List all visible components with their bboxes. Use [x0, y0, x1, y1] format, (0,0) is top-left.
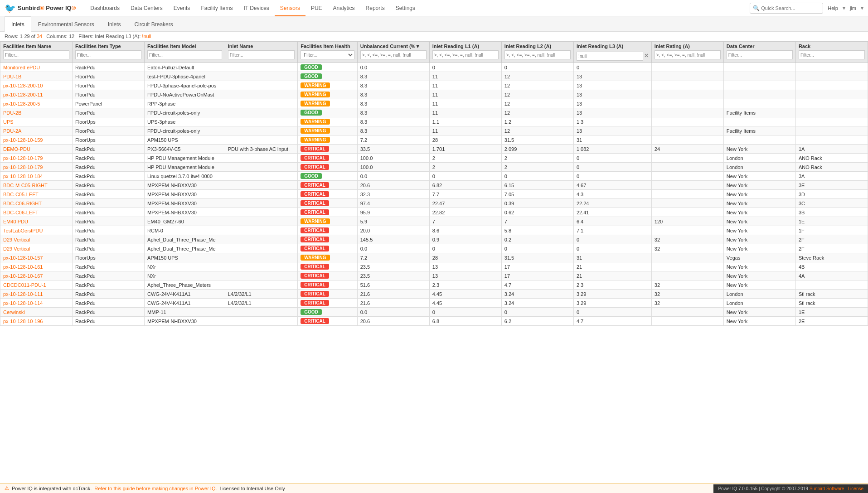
filters-value[interactable]: !null	[142, 34, 151, 39]
name-link[interactable]: Cerwinski	[3, 309, 25, 315]
name-link[interactable]: BDC-C06-LEFT	[3, 210, 39, 215]
cell-l1: 8.6	[429, 226, 501, 235]
cell-dc: London	[723, 290, 795, 299]
cell-l3: 3.29	[573, 290, 651, 299]
name-link[interactable]: px-10-128-200-5	[3, 101, 40, 106]
name-link[interactable]: EM40 PDU	[3, 219, 28, 224]
cell-l2: 12	[501, 99, 573, 108]
name-link[interactable]: px-10-128-10-196	[3, 319, 43, 324]
search-input[interactable]	[761, 5, 820, 11]
filter-l1[interactable]	[432, 50, 499, 59]
filter-name[interactable]	[3, 50, 69, 59]
name-link[interactable]: px-10-128-200-10	[3, 83, 43, 88]
name-link[interactable]: px-10-128-200-11	[3, 92, 43, 97]
nav-datacenters[interactable]: Data Centers	[125, 0, 168, 16]
filter-rack[interactable]	[799, 50, 865, 59]
rows-total-link[interactable]: 34	[37, 34, 42, 39]
cell-unbalanced: 32.3	[357, 190, 429, 199]
cell-unbalanced: 20.6	[357, 317, 429, 326]
table-row: BDC-C06-LEFT RackPdu MPXPEM-NHBXXV30 CRI…	[0, 208, 868, 217]
name-link[interactable]: px-10-128-10-179	[3, 164, 43, 170]
cell-inlet-name	[225, 235, 298, 244]
cell-name: TestLabGeistPDU	[0, 226, 73, 235]
th-l3: Inlet Reading L3 (A) ✕	[573, 42, 651, 63]
cell-inlet-name	[225, 253, 298, 262]
nav-events[interactable]: Events	[168, 0, 196, 16]
name-link[interactable]: PDU-1B	[3, 74, 21, 79]
table-row: px-10-128-200-10 FloorPdu FPDU-3phase-4p…	[0, 81, 868, 90]
name-link[interactable]: BDC-C05-LEFT	[3, 192, 39, 197]
name-link[interactable]: px-10-128-10-179	[3, 155, 43, 161]
filter-model[interactable]	[147, 50, 222, 59]
name-link[interactable]: px-10-128-10-167	[3, 273, 43, 279]
cell-name: PDU-2B	[0, 108, 73, 117]
help-button[interactable]: Help	[828, 5, 838, 11]
nav-pue[interactable]: PUE	[305, 0, 328, 16]
tab-circuit-breakers[interactable]: Circuit Breakers	[127, 16, 179, 32]
cell-rack	[795, 99, 868, 108]
filter-inlet-name[interactable]	[228, 50, 295, 59]
tab-inlets-main[interactable]: Inlets	[5, 16, 31, 32]
name-link[interactable]: BDC-C06-RIGHT	[3, 201, 42, 206]
name-link[interactable]: px-10-128-10-157	[3, 255, 43, 261]
inlets-table: Facilities Item Name Facilities Item Typ…	[0, 41, 868, 326]
name-link[interactable]: px-10-128-10-161	[3, 264, 43, 270]
cell-name: px-10-128-10-184	[0, 172, 73, 181]
logo-icon: 🐦	[5, 3, 16, 14]
cell-type: RackPdu	[73, 290, 145, 299]
filter-dc[interactable]	[727, 50, 793, 59]
cell-l1: 2	[429, 163, 501, 172]
quick-search-box[interactable]: 🔍	[750, 3, 823, 14]
cell-unbalanced: 100.0	[357, 163, 429, 172]
cell-name: PDU-2A	[0, 126, 73, 135]
th-l1: Inlet Reading L1 (A)	[429, 42, 501, 63]
cell-unbalanced: 8.3	[357, 126, 429, 135]
name-link[interactable]: px-10-128-10-111	[3, 291, 43, 297]
nav-facilityitems[interactable]: Facility Items	[195, 0, 238, 16]
filter-l3[interactable]	[577, 52, 643, 61]
filter-health[interactable]: Filter... GOOD WARNING CRITICAL	[301, 50, 354, 59]
cell-type: RackPdu	[73, 163, 145, 172]
name-link[interactable]: D29 Vertical	[3, 237, 30, 242]
cell-health: WARNING	[298, 217, 358, 226]
cell-rating	[651, 63, 723, 72]
filter-type[interactable]	[75, 50, 141, 59]
cell-inlet-name	[225, 72, 298, 81]
cell-unbalanced: 95.9	[357, 208, 429, 217]
name-link[interactable]: BDC-M-C05-RIGHT	[3, 183, 48, 188]
filter-rating[interactable]	[655, 50, 721, 59]
cell-l2: 12	[501, 126, 573, 135]
cell-rating	[651, 172, 723, 181]
tab-environmental[interactable]: Environmental Sensors	[31, 16, 101, 32]
filter-l3-clear[interactable]: ✕	[644, 53, 649, 59]
name-link[interactable]: Monitored ePDU	[3, 65, 40, 70]
name-link[interactable]: DEMO-PDU	[3, 146, 30, 152]
name-link[interactable]: D29 Vertical	[3, 246, 30, 251]
nav-itdevices[interactable]: IT Devices	[238, 0, 274, 16]
name-link[interactable]: CDCDC011-PDU-1	[3, 282, 46, 288]
table-row: px-10-128-10-196 RackPdu MPXPEM-NHBXXV30…	[0, 317, 868, 326]
cell-unbalanced: 145.5	[357, 235, 429, 244]
name-link[interactable]: TestLabGeistPDU	[3, 228, 43, 233]
nav-settings[interactable]: Settings	[390, 0, 421, 16]
user-button[interactable]: jim	[850, 5, 856, 11]
nav-reports[interactable]: Reports	[360, 0, 390, 16]
cell-model: FPDU-NoActivePowerOnMast	[145, 90, 225, 99]
name-link[interactable]: UPS	[3, 119, 14, 125]
cell-name: px-10-128-200-10	[0, 81, 73, 90]
nav-dashboards[interactable]: Dashboards	[85, 0, 125, 16]
name-link[interactable]: px-10-128-10-184	[3, 174, 43, 179]
filter-l2[interactable]	[504, 50, 571, 59]
nav-sensors[interactable]: Sensors	[275, 0, 305, 16]
cell-unbalanced: 0.0	[357, 244, 429, 253]
cell-inlet-name	[225, 226, 298, 235]
name-link[interactable]: PDU-2B	[3, 110, 21, 116]
filter-unbalanced[interactable]	[360, 50, 427, 59]
nav-analytics[interactable]: Analytics	[328, 0, 360, 16]
name-link[interactable]: px-10-128-10-114	[3, 300, 43, 306]
name-link[interactable]: PDU-2A	[3, 128, 21, 134]
tab-inlets[interactable]: Inlets	[101, 16, 128, 32]
name-link[interactable]: px-10-128-10-159	[3, 137, 43, 143]
cell-rack	[795, 81, 868, 90]
cell-rack: Steve Rack	[795, 253, 868, 262]
